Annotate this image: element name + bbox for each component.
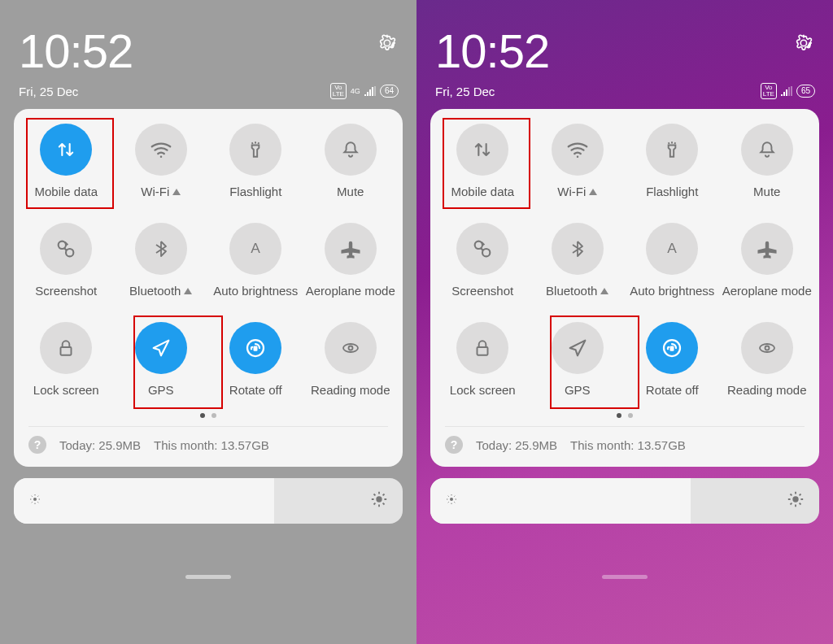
svg-rect-9 (254, 346, 258, 351)
auto-brightness-icon[interactable]: A (229, 223, 281, 275)
aeroplane-label: Aeroplane mode (722, 284, 812, 298)
signal-icon (364, 86, 376, 96)
screenshot-icon[interactable] (456, 223, 508, 275)
toggle-lock-screen[interactable]: Lock screen (435, 322, 530, 397)
dot-2 (212, 413, 216, 418)
gps-label: GPS (148, 383, 174, 397)
toggle-rotate[interactable]: Rotate off (208, 322, 303, 397)
toggle-flashlight[interactable]: Flashlight (625, 124, 720, 198)
svg-line-33 (675, 142, 676, 144)
settings-gear-icon[interactable] (377, 33, 398, 57)
toggle-mobile-data[interactable]: Mobile data (19, 124, 114, 198)
svg-point-10 (343, 344, 358, 352)
wifi-label: Wi-Fi (141, 185, 181, 198)
toggle-mute[interactable]: Mute (303, 124, 399, 198)
svg-line-27 (383, 503, 385, 505)
mute-label: Mute (753, 185, 780, 198)
notification-shade-left: 10:52 Fri, 25 Dec VoLTE 4G 64 Mobile dat… (0, 0, 416, 644)
statusbar-top: 10:52 (0, 0, 416, 75)
rotate-label: Rotate off (229, 383, 282, 397)
drag-handle[interactable] (602, 575, 648, 579)
flashlight-icon[interactable] (646, 124, 698, 176)
toggle-bluetooth[interactable]: Bluetooth (530, 223, 626, 298)
svg-line-29 (383, 494, 385, 495)
svg-line-26 (373, 494, 375, 495)
reading-icon[interactable] (741, 322, 793, 374)
help-icon: ? (445, 436, 463, 454)
toggle-lock-screen[interactable]: Lock screen (19, 322, 114, 397)
toggle-screenshot[interactable]: Screenshot (19, 223, 114, 298)
toggle-reading[interactable]: Reading mode (303, 322, 399, 397)
aeroplane-icon[interactable] (741, 223, 793, 275)
svg-line-2 (252, 142, 253, 144)
toggle-auto-brightness[interactable]: AAuto brightness (625, 223, 720, 298)
bluetooth-label: Bluetooth (546, 284, 608, 298)
expand-indicator-icon (172, 189, 181, 195)
drag-handle[interactable] (185, 575, 231, 579)
toggle-mute[interactable]: Mute (720, 124, 815, 198)
statusbar-bottom: Fri, 25 Dec VoLTE 65 (416, 75, 833, 109)
mute-icon[interactable] (741, 124, 793, 176)
rotate-icon[interactable] (646, 322, 698, 374)
toggle-wifi[interactable]: Wi-Fi (114, 124, 209, 198)
svg-line-57 (800, 503, 801, 505)
wifi-icon[interactable] (552, 124, 604, 176)
toggle-reading[interactable]: Reading mode (720, 322, 815, 397)
auto-brightness-label: Auto brightness (213, 284, 298, 298)
bluetooth-icon[interactable] (135, 223, 187, 275)
rotate-icon[interactable] (229, 322, 281, 374)
lock-screen-icon[interactable] (456, 322, 508, 374)
svg-point-42 (450, 498, 453, 501)
lock-screen-label: Lock screen (450, 383, 516, 397)
page-dots (19, 413, 398, 418)
quick-settings-panel: Mobile dataWi-FiFlashlightMuteScreenshot… (430, 109, 819, 467)
notification-shade-right: 10:52 Fri, 25 Dec VoLTE 65 Mobile dataWi… (416, 0, 833, 644)
clock: 10:52 (19, 28, 133, 75)
toggle-wifi[interactable]: Wi-Fi (530, 124, 626, 198)
toggle-rotate[interactable]: Rotate off (625, 322, 720, 397)
toggle-screenshot[interactable]: Screenshot (435, 223, 530, 298)
reading-icon[interactable] (325, 322, 377, 374)
toggle-aeroplane[interactable]: Aeroplane mode (303, 223, 399, 298)
toggle-mobile-data[interactable]: Mobile data (435, 124, 530, 198)
data-usage-row[interactable]: ? Today: 25.9MB This month: 13.57GB (28, 426, 388, 459)
svg-line-47 (448, 496, 449, 497)
flashlight-icon[interactable] (229, 124, 281, 176)
brightness-slider[interactable] (14, 478, 403, 524)
svg-line-58 (790, 503, 792, 505)
mute-label: Mute (337, 185, 364, 198)
toggle-gps[interactable]: GPS (530, 322, 626, 397)
svg-point-41 (765, 346, 769, 350)
lock-screen-icon[interactable] (40, 322, 92, 374)
auto-brightness-icon[interactable]: A (646, 223, 698, 275)
toggle-bluetooth[interactable]: Bluetooth (114, 223, 209, 298)
data-usage-row[interactable]: ? Today: 25.9MB This month: 13.57GB (445, 426, 805, 459)
aeroplane-label: Aeroplane mode (306, 284, 395, 298)
usage-month: This month: 13.57GB (570, 438, 686, 452)
gps-label: GPS (565, 383, 591, 397)
svg-line-18 (37, 502, 38, 503)
signal-icon (781, 86, 792, 96)
status-icons: VoLTE 4G 64 (330, 83, 399, 99)
wifi-icon[interactable] (135, 124, 187, 176)
svg-line-50 (454, 496, 455, 497)
svg-point-11 (348, 346, 352, 350)
toggle-aeroplane[interactable]: Aeroplane mode (720, 223, 815, 298)
aeroplane-icon[interactable] (325, 223, 377, 275)
svg-point-51 (792, 496, 798, 502)
bluetooth-icon[interactable] (552, 223, 604, 275)
toggle-flashlight[interactable]: Flashlight (208, 124, 303, 198)
svg-point-30 (577, 156, 579, 159)
brightness-slider[interactable] (430, 478, 819, 524)
gps-icon[interactable] (552, 322, 604, 374)
screenshot-icon[interactable] (40, 223, 92, 275)
mobile-data-icon[interactable] (40, 124, 92, 176)
mobile-data-icon[interactable] (456, 124, 508, 176)
svg-line-56 (790, 494, 792, 495)
gps-icon[interactable] (135, 322, 187, 374)
toggle-gps[interactable]: GPS (114, 322, 209, 397)
toggle-auto-brightness[interactable]: AAuto brightness (208, 223, 303, 298)
brightness-high-icon (787, 490, 805, 511)
settings-gear-icon[interactable] (793, 33, 814, 57)
mute-icon[interactable] (325, 124, 377, 176)
